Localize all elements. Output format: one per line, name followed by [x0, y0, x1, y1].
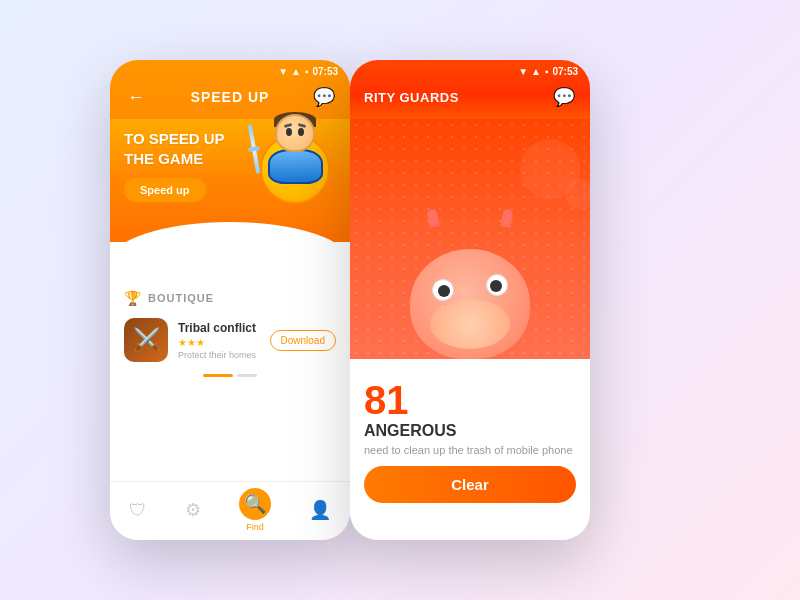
- danger-description: need to clean up the trash of mobile pho…: [364, 444, 576, 456]
- monster-eye-left: [432, 279, 454, 301]
- warrior-character: [250, 114, 340, 204]
- signal-icon: ▼ ▲: [278, 66, 301, 77]
- download-button[interactable]: Download: [270, 330, 336, 351]
- clear-button[interactable]: Clear: [364, 466, 576, 503]
- phone1-nav-title: SPEED UP: [191, 89, 270, 105]
- shield-icon: 🛡: [129, 500, 147, 521]
- phone-security: ▼ ▲ ▪ 07:53 RITY GUARDS 💬: [350, 60, 590, 540]
- scroll-dot-2: [237, 374, 257, 377]
- boutique-icon: 🏆: [124, 290, 142, 306]
- phones-container: ▼ ▲ ▪ 07:53 ← SPEED UP 💬 TO SPEED UP THE…: [50, 20, 750, 580]
- phone2-status-bar: ▼ ▲ ▪ 07:53: [350, 60, 590, 81]
- phone-speed-up: ▼ ▲ ▪ 07:53 ← SPEED UP 💬 TO SPEED UP THE…: [110, 60, 350, 540]
- back-icon[interactable]: ←: [124, 85, 148, 109]
- scroll-indicator: [124, 370, 336, 381]
- find-icon: 🔍: [244, 493, 266, 515]
- monster-horn-right: [501, 208, 514, 227]
- monster-pupil-left: [438, 285, 450, 297]
- phone1-status-bar: ▼ ▲ ▪ 07:53: [110, 60, 350, 81]
- phone1-bottom-nav: 🛡 ⚙ 🔍 Find 👤: [110, 481, 350, 540]
- danger-label: ANGEROUS: [364, 422, 576, 440]
- boutique-section: 🏆 BOUTIQUE: [124, 282, 336, 310]
- warrior-head: [275, 114, 315, 152]
- profile-icon: 👤: [309, 499, 331, 521]
- app-icon: [124, 318, 168, 362]
- find-active-circle: 🔍: [239, 488, 271, 520]
- monster-pupil-right: [490, 280, 502, 292]
- settings-icon: ⚙: [185, 499, 201, 521]
- phone2-nav: RITY GUARDS 💬: [350, 81, 590, 119]
- deco-dot-2: [565, 179, 590, 209]
- monster-body: [410, 249, 530, 359]
- phone2-content: 81 ANGEROUS need to clean up the trash o…: [350, 370, 590, 540]
- app-name: Tribal conflict: [178, 321, 260, 335]
- app-description: Protect their homes: [178, 350, 260, 360]
- app-stars: ★★★: [178, 337, 260, 348]
- find-label: Find: [246, 522, 264, 532]
- warrior-armor: [268, 149, 323, 184]
- monster-character: [400, 219, 540, 359]
- wave-separator: [110, 242, 350, 282]
- nav-item-shield[interactable]: 🛡: [129, 500, 147, 521]
- p2-signal-icon: ▼ ▲: [518, 66, 541, 77]
- phone2-header: ▼ ▲ ▪ 07:53 RITY GUARDS 💬: [350, 60, 590, 119]
- phone1-header: ▼ ▲ ▪ 07:53 ← SPEED UP 💬 TO SPEED UP THE…: [110, 60, 350, 242]
- warrior-eye-right: [298, 128, 304, 136]
- monster-belly: [430, 299, 510, 349]
- scroll-dot-1: [203, 374, 233, 377]
- warrior-sword: [248, 124, 261, 174]
- boutique-label: 🏆 BOUTIQUE: [124, 290, 336, 306]
- p2-chat-icon[interactable]: 💬: [552, 85, 576, 109]
- boutique-text: BOUTIQUE: [148, 292, 214, 304]
- phone2-title: RITY GUARDS: [364, 90, 459, 105]
- phone2-hero: [350, 119, 590, 359]
- battery-icon: ▪: [305, 66, 309, 77]
- chat-icon[interactable]: 💬: [312, 85, 336, 109]
- app-item: Tribal conflict ★★★ Protect their homes …: [124, 310, 336, 370]
- app-info: Tribal conflict ★★★ Protect their homes: [178, 321, 260, 360]
- phone1-content: 🏆 BOUTIQUE Tribal conflict ★★★ Protect t…: [110, 282, 350, 381]
- p2-battery-icon: ▪: [545, 66, 549, 77]
- warrior-eye-left: [286, 128, 292, 136]
- speed-up-button[interactable]: Speed up: [124, 178, 206, 202]
- phone1-time: 07:53: [312, 66, 338, 77]
- nav-item-find[interactable]: 🔍 Find: [239, 488, 271, 532]
- phone2-time: 07:53: [552, 66, 578, 77]
- nav-item-settings[interactable]: ⚙: [185, 499, 201, 521]
- danger-number: 81: [364, 380, 576, 420]
- monster-eye-right: [486, 274, 508, 296]
- nav-item-profile[interactable]: 👤: [309, 499, 331, 521]
